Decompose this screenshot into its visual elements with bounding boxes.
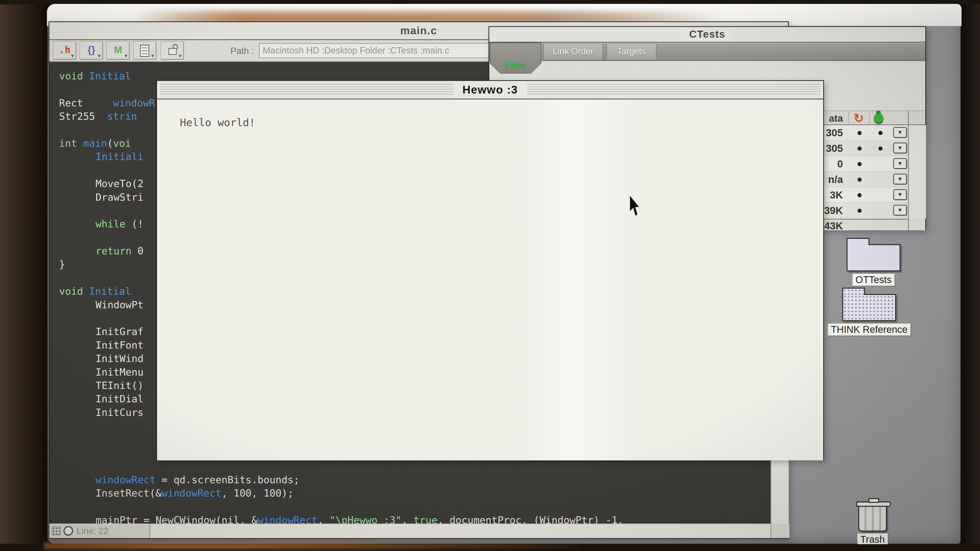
- header-file-button[interactable]: .h ▼: [53, 41, 76, 60]
- project-vertical-scrollbar[interactable]: [909, 125, 926, 218]
- monitor-bezel-right: [961, 0, 980, 551]
- icon-label: OTTests: [853, 274, 895, 286]
- chevron-down-icon: ▼: [178, 53, 183, 59]
- status-left-segment: Line: 22: [49, 524, 150, 538]
- desk-reflection: [44, 541, 579, 551]
- code-line: [59, 500, 624, 514]
- marker-m-icon: M: [114, 44, 122, 56]
- hello-world-text: Hello world!: [180, 116, 255, 129]
- debug-dot: [878, 131, 883, 135]
- folder-icon: [846, 244, 900, 272]
- scrollbar-corner: [770, 524, 789, 538]
- code-line: InsetRect(&windowRect, 100, 100);: [59, 487, 624, 500]
- touched-dot: [858, 162, 862, 166]
- project-title-bar[interactable]: CTests: [489, 27, 925, 43]
- row-options-dropdown-button[interactable]: ▼: [893, 205, 907, 216]
- mac-screen: main.c .h ▼ {} ▼ M ▼: [47, 4, 961, 544]
- tab-files[interactable]: Files: [490, 43, 541, 74]
- editor-window-title: main.c: [400, 25, 437, 37]
- pane-dots-icon[interactable]: [52, 526, 60, 535]
- hewwo-title-bar[interactable]: Hewwo :3: [157, 81, 823, 99]
- path-field[interactable]: Macintosh HD :Desktop Folder :CTests :ma…: [259, 43, 517, 58]
- document-icon: [140, 45, 149, 57]
- chevron-down-icon: ▼: [70, 53, 75, 59]
- lock-button[interactable]: ▼: [161, 41, 184, 60]
- row-options-dropdown-button[interactable]: ▼: [893, 158, 907, 169]
- hewwo-window-title: Hewwo :3: [453, 83, 527, 96]
- hewwo-window-content: Hello world!: [157, 99, 823, 460]
- editor-horizontal-scrollbar[interactable]: [150, 524, 770, 538]
- trash-icon: [858, 504, 887, 532]
- touch-column-icon: ↻: [853, 112, 865, 125]
- debug-dot: [878, 146, 883, 151]
- debug-bug-icon: [874, 113, 883, 124]
- tab-targets[interactable]: Targets: [606, 44, 657, 60]
- touched-dot: [858, 131, 862, 135]
- tab-link-order[interactable]: Link Order: [543, 44, 603, 60]
- document-button[interactable]: ▼: [133, 41, 156, 60]
- monitor-bezel-left: [0, 0, 48, 551]
- marker-button[interactable]: M ▼: [107, 41, 130, 60]
- dot-h-icon: .h: [59, 44, 70, 56]
- line-number-status: Line: 22: [76, 526, 109, 536]
- tab-files-label: Files: [505, 60, 526, 70]
- editor-status-bar: Line: 22: [49, 524, 788, 538]
- touched-dot: [858, 146, 862, 151]
- touched-dot: [858, 178, 862, 182]
- touched-dot: [858, 193, 862, 197]
- row-options-dropdown-button[interactable]: ▼: [893, 189, 907, 200]
- touched-dot: [858, 209, 862, 213]
- braces-button[interactable]: {} ▼: [80, 41, 103, 60]
- row-options-dropdown-button[interactable]: ▼: [893, 127, 907, 138]
- unlock-icon: [169, 48, 177, 55]
- desktop-icon-think-reference[interactable]: THINK Reference: [842, 294, 896, 321]
- braces-icon: {}: [88, 44, 95, 56]
- row-options-dropdown-button[interactable]: ▼: [893, 174, 907, 184]
- chevron-down-icon: ▼: [124, 53, 128, 59]
- desktop-icon-ottests[interactable]: OTTests: [846, 244, 900, 272]
- hewwo-window: Hewwo :3 Hello world!: [156, 80, 824, 460]
- column-divider: [848, 111, 849, 125]
- code-line: [59, 460, 624, 473]
- icon-label: Trash: [858, 534, 888, 544]
- folder-dotted-icon: [842, 294, 896, 321]
- code-line: mainPtr = NewCWindow(nil, &windowRect, "…: [59, 514, 624, 524]
- desktop-icon-trash[interactable]: Trash: [858, 504, 887, 532]
- path-label: Path :: [231, 46, 254, 56]
- icon-label: THINK Reference: [828, 324, 910, 335]
- row-options-dropdown-button[interactable]: ▼: [893, 143, 907, 153]
- code-line: windowRect = qd.screenBits.bounds;: [59, 473, 624, 487]
- monitor-photo: main.c .h ▼ {} ▼ M ▼: [0, 0, 980, 551]
- project-window-title: CTests: [682, 29, 733, 40]
- chevron-down-icon: ▼: [97, 53, 102, 59]
- chevron-down-icon: ▼: [150, 53, 155, 59]
- marker-ring-icon[interactable]: [64, 526, 73, 536]
- column-divider: [869, 111, 870, 125]
